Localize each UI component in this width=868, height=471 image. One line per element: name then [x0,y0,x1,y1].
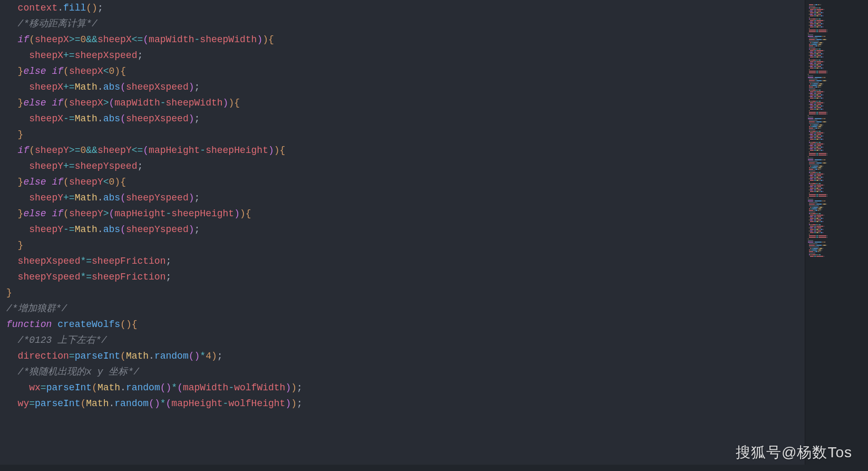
code-line[interactable]: sheepYspeed*=sheepFriction; [6,269,805,285]
code-token: ( [63,66,69,76]
code-token: ; [194,82,200,92]
code-token: ) [92,3,97,13]
code-token: parseInt [75,351,120,361]
code-line[interactable]: }else if(sheepX>(mapWidth-sheepWidth)){ [6,95,805,111]
code-token: ) [189,224,194,235]
code-token: random [114,398,149,409]
code-line[interactable]: direction=parseInt(Math.random()*4); [6,348,805,364]
code-token [46,98,52,108]
code-line[interactable]: sheepXspeed*=sheepFriction; [6,253,805,269]
code-token: { [280,145,286,156]
code-token: *= [80,256,92,266]
code-token: sheepY [97,145,132,156]
code-token: ) [257,34,262,45]
code-token: ) [189,113,194,124]
code-line[interactable]: if(sheepY>=0&&sheepY<=(mapHeight-sheepHe… [6,142,805,158]
code-line[interactable]: context.fill(); [6,0,805,16]
code-line[interactable]: } [6,285,805,301]
code-token: += [63,82,75,92]
code-token: ( [166,398,172,409]
code-line[interactable]: sheepX+=Math.abs(sheepXspeed); [6,79,805,95]
code-token: 0 [109,66,115,76]
code-token: - [194,34,200,45]
code-token: if [18,145,30,156]
code-line[interactable]: sheepY-=Math.abs(sheepYspeed); [6,222,805,237]
code-line[interactable]: }else if(sheepY>(mapHeight-sheepHeight))… [6,206,805,222]
code-token: ) [189,82,194,92]
code-token: > [103,98,109,108]
code-token: /*0123 上下左右*/ [18,335,107,345]
code-token: sheepY [35,145,69,156]
code-token: Math [75,193,97,203]
code-line[interactable]: sheepX-=Math.abs(sheepXspeed); [6,111,805,127]
code-token: sheepHeight [171,208,234,219]
code-line[interactable]: function createWolfs(){ [6,316,805,332]
code-token: { [268,34,274,45]
code-token: if [52,177,63,187]
code-token: * [160,398,166,409]
code-token: /*狼随机出现的x y 坐标*/ [18,367,139,377]
code-line[interactable]: /*移动距离计算*/ [6,16,805,32]
code-token: sheepXspeed [126,113,189,124]
code-token: sheepWidth [166,98,223,108]
code-token: ( [120,82,126,92]
code-token: ) [262,34,268,45]
code-token: ( [86,3,92,13]
code-line[interactable]: } [6,237,805,253]
code-line[interactable]: }else if(sheepY<0){ [6,174,805,190]
code-token: sheepXspeed [75,50,138,61]
code-editor[interactable]: context.fill(); /*移动距离计算*/ if(sheepX>=0&… [0,0,805,471]
code-token: ) [223,98,229,108]
code-token: ( [120,319,126,330]
code-token: ) [228,98,234,108]
code-token: >= [69,34,81,45]
code-token: * [171,382,177,393]
code-token: } [18,129,24,140]
code-token: ; [194,224,200,235]
code-token: parseInt [35,398,80,409]
code-token: ( [109,208,115,219]
code-token: { [132,319,138,330]
code-token: random [154,351,189,361]
code-line[interactable]: sheepX+=sheepXspeed; [6,47,805,63]
code-token: ) [194,351,200,361]
code-token: abs [103,113,120,124]
minimap[interactable] [805,0,868,471]
code-token: context [18,3,58,13]
code-line[interactable]: }else if(sheepX<0){ [6,63,805,79]
code-line[interactable]: } [6,127,805,142]
code-token: = [29,398,35,409]
code-token: ( [109,98,115,108]
code-token: mapHeight [114,208,165,219]
code-line[interactable]: sheepY+=sheepYspeed; [6,158,805,174]
code-line[interactable]: /*增加狼群*/ [6,301,805,316]
code-token: Math [75,82,97,92]
code-token: ) [126,319,132,330]
code-token: sheepY [69,208,103,219]
code-line[interactable]: if(sheepX>=0&&sheepX<=(mapWidth-sheepWid… [6,32,805,47]
code-token: ; [297,382,303,393]
code-token: sheepYspeed [75,161,138,171]
code-token: ) [285,398,291,409]
code-token: - [223,398,229,409]
code-token: -= [63,113,75,124]
code-line[interactable]: wy=parseInt(Math.random()*(mapHeight-wol… [6,396,805,411]
code-line[interactable]: sheepY+=Math.abs(sheepYspeed); [6,190,805,206]
code-token: >= [69,145,81,156]
code-token: } [6,287,12,298]
code-token: sheepYspeed [126,193,189,203]
code-token: ; [217,351,223,361]
code-token: Math [86,398,109,409]
code-token: ( [80,398,86,409]
code-token: . [97,224,103,235]
code-token: mapWidth [183,382,228,393]
code-token: ) [166,382,172,393]
code-line[interactable]: wx=parseInt(Math.random()*(mapWidth-wolf… [6,380,805,396]
code-line[interactable]: /*0123 上下左右*/ [6,332,805,348]
code-token: *= [80,272,92,282]
code-token: mapWidth [114,98,160,108]
code-token: mapHeight [149,145,200,156]
code-line[interactable]: /*狼随机出现的x y 坐标*/ [6,364,805,380]
editor-container: context.fill(); /*移动距离计算*/ if(sheepX>=0&… [0,0,868,471]
code-token: ) [291,382,297,393]
